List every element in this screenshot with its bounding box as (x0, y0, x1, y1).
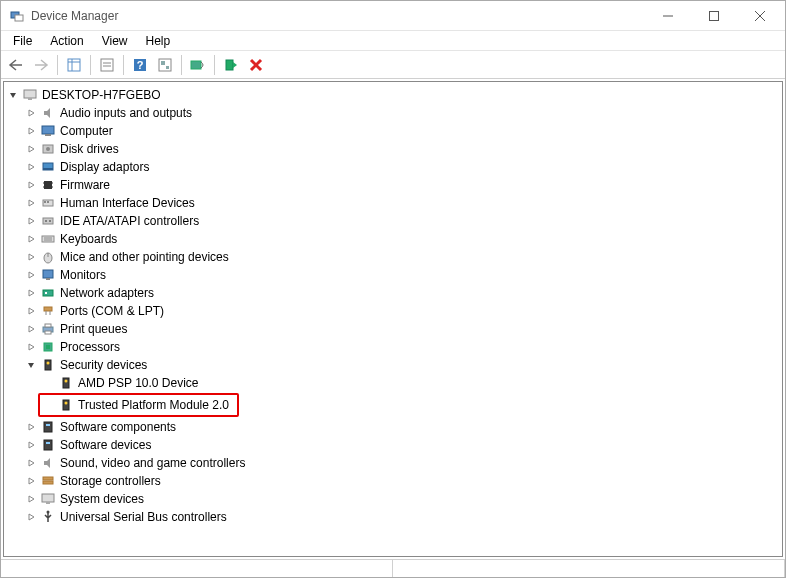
menu-file[interactable]: File (5, 33, 40, 49)
tree-device-tpm[interactable]: Trusted Platform Module 2.0 (40, 396, 231, 414)
chevron-right-icon[interactable] (24, 142, 38, 156)
chevron-right-icon[interactable] (24, 178, 38, 192)
back-button[interactable] (5, 54, 27, 76)
chevron-down-icon[interactable] (24, 358, 38, 372)
chevron-right-icon[interactable] (24, 196, 38, 210)
toolbar: ? (1, 51, 785, 79)
chevron-right-icon[interactable] (24, 286, 38, 300)
category-label: Mice and other pointing devices (60, 250, 229, 264)
category-label: Keyboards (60, 232, 117, 246)
tree-category-storage[interactable]: Storage controllers (22, 472, 782, 490)
toolbar-separator (57, 55, 58, 75)
chevron-right-icon[interactable] (24, 420, 38, 434)
tree-category-network[interactable]: Network adapters (22, 284, 782, 302)
security-device-icon (58, 375, 74, 391)
scan-hardware-button[interactable] (187, 54, 209, 76)
processor-icon (40, 339, 56, 355)
tree-category-printq[interactable]: Print queues (22, 320, 782, 338)
tree-category-swdev[interactable]: Software devices (22, 436, 782, 454)
category-label: Display adaptors (60, 160, 149, 174)
tree-root[interactable]: DESKTOP-H7FGEBO (4, 86, 782, 104)
chevron-right-icon[interactable] (24, 340, 38, 354)
chevron-right-icon[interactable] (24, 322, 38, 336)
chevron-right-icon[interactable] (24, 510, 38, 524)
monitor-icon (40, 267, 56, 283)
tree-category-usb[interactable]: Universal Serial Bus controllers (22, 508, 782, 526)
chevron-right-icon[interactable] (24, 160, 38, 174)
chevron-right-icon[interactable] (24, 124, 38, 138)
svg-point-38 (45, 220, 47, 222)
tree-category-keyboards[interactable]: Keyboards (22, 230, 782, 248)
chevron-right-icon[interactable] (24, 492, 38, 506)
computer-icon (40, 123, 56, 139)
svg-rect-1 (15, 15, 23, 21)
printer-icon (40, 321, 56, 337)
help-button[interactable]: ? (129, 54, 151, 76)
usb-icon (40, 509, 56, 525)
category-label: IDE ATA/ATAPI controllers (60, 214, 199, 228)
tree-category-hid[interactable]: Human Interface Devices (22, 194, 782, 212)
tree-device-amd-psp[interactable]: AMD PSP 10.0 Device (40, 374, 782, 392)
svg-rect-47 (43, 290, 53, 296)
device-tree-pane[interactable]: DESKTOP-H7FGEBO Audio inputs and outputs… (3, 81, 783, 557)
action-button[interactable] (154, 54, 176, 76)
tree-category-display[interactable]: Display adaptors (22, 158, 782, 176)
storage-icon (40, 473, 56, 489)
tree-category-firmware[interactable]: Firmware (22, 176, 782, 194)
security-icon (40, 357, 56, 373)
tree-category-security[interactable]: Security devices (22, 356, 782, 374)
category-label: Disk drives (60, 142, 119, 156)
chevron-right-icon[interactable] (24, 268, 38, 282)
tree-category-disk[interactable]: Disk drives (22, 140, 782, 158)
enable-device-button[interactable] (220, 54, 242, 76)
tree-category-ide[interactable]: IDE ATA/ATAPI controllers (22, 212, 782, 230)
tree-category-monitors[interactable]: Monitors (22, 266, 782, 284)
svg-rect-18 (226, 60, 233, 70)
svg-rect-49 (44, 307, 52, 311)
category-label: Security devices (60, 358, 147, 372)
chevron-right-icon[interactable] (24, 304, 38, 318)
tree-category-swcomp[interactable]: Software components (22, 418, 782, 436)
svg-rect-66 (43, 481, 53, 484)
tree-category-mice[interactable]: Mice and other pointing devices (22, 248, 782, 266)
tree-category-ports[interactable]: Ports (COM & LPT) (22, 302, 782, 320)
status-panel-right (393, 560, 785, 578)
chevron-right-icon[interactable] (24, 474, 38, 488)
chevron-right-icon[interactable] (24, 250, 38, 264)
close-button[interactable] (737, 1, 783, 31)
show-hide-tree-button[interactable] (63, 54, 85, 76)
tree-category-system[interactable]: System devices (22, 490, 782, 508)
tree-root-label: DESKTOP-H7FGEBO (42, 88, 160, 102)
tree-category-computer[interactable]: Computer (22, 122, 782, 140)
svg-point-60 (65, 402, 68, 405)
menu-action[interactable]: Action (42, 33, 91, 49)
category-label: Computer (60, 124, 113, 138)
app-icon (9, 8, 25, 24)
menu-view[interactable]: View (94, 33, 136, 49)
status-panel-left (1, 560, 393, 578)
window-title: Device Manager (31, 9, 645, 23)
forward-button[interactable] (30, 54, 52, 76)
chevron-down-icon[interactable] (6, 88, 20, 102)
svg-rect-46 (46, 278, 50, 280)
svg-rect-67 (42, 494, 54, 502)
tree-category-sound[interactable]: Sound, video and game controllers (22, 454, 782, 472)
minimize-button[interactable] (645, 1, 691, 31)
chevron-right-icon[interactable] (24, 438, 38, 452)
uninstall-device-button[interactable] (245, 54, 267, 76)
svg-rect-24 (45, 134, 51, 136)
properties-button[interactable] (96, 54, 118, 76)
menu-help[interactable]: Help (138, 33, 179, 49)
svg-rect-22 (28, 98, 32, 100)
chevron-right-icon[interactable] (24, 232, 38, 246)
tree-category-audio[interactable]: Audio inputs and outputs (22, 104, 782, 122)
category-label: Network adapters (60, 286, 154, 300)
chevron-right-icon[interactable] (24, 214, 38, 228)
maximize-button[interactable] (691, 1, 737, 31)
svg-rect-36 (47, 201, 49, 203)
category-label: Storage controllers (60, 474, 161, 488)
ide-icon (40, 213, 56, 229)
tree-category-processors[interactable]: Processors (22, 338, 782, 356)
chevron-right-icon[interactable] (24, 456, 38, 470)
chevron-right-icon[interactable] (24, 106, 38, 120)
